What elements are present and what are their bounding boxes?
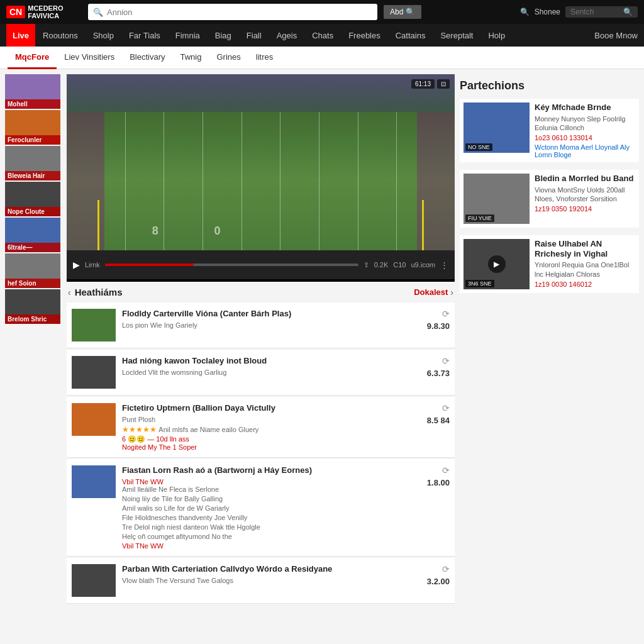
subnav-twnig[interactable]: Twnig [173, 47, 209, 69]
progress-bar[interactable] [105, 264, 358, 266]
article-share-icon[interactable]: ⟳ [442, 465, 450, 475]
rec-link[interactable]: Wctonn Moma Aerl Lloynall Aly Lomn Bloge [535, 143, 635, 158]
sidebar-thumb-4[interactable]: 6ltrale— [5, 218, 60, 252]
article-row-1[interactable]: Had nióng kawon Toclaley inot BloudLocld… [67, 350, 455, 396]
article-share-icon[interactable]: ⟳ [442, 564, 450, 574]
article-share-icon[interactable]: ⟳ [442, 356, 450, 366]
rec-play-button[interactable]: ▶ [488, 255, 506, 273]
search-icon: 🔍 [93, 8, 103, 17]
article-link[interactable]: Nogited My The 1 Soper [122, 443, 406, 451]
nav-item-live[interactable]: Live [6, 24, 35, 47]
article-sub: Vlow blath The Versund Twe Galogs [122, 577, 406, 584]
article-share-icon[interactable]: ⟳ [442, 309, 450, 319]
nav-item-rooutons[interactable]: Rooutons [35, 24, 86, 47]
article-score: 1.8.00 [427, 478, 450, 487]
nav-item-chats[interactable]: Chats [304, 24, 341, 47]
article-row-3[interactable]: Fiastan Lorn Rash aó a (Bartwornj a Háy … [67, 459, 455, 557]
articles-section-title: Heathiáms [75, 287, 123, 297]
article-share-icon[interactable]: ⟳ [442, 403, 450, 413]
logo: CN MCEDERO FAVIVICA [6, 4, 82, 19]
rec-card-1[interactable]: FIU YUIE Bledin a Morrled bu Band Viovna… [460, 170, 639, 228]
video-player[interactable]: 8 0 61:13 ⊡ ▶ Lirnk ⇪ 0.2K C10 u9.icom ⋮ [67, 74, 455, 282]
nav-item-sholp[interactable]: Sholp [86, 24, 121, 47]
articles-header-left: ‹ Heathiáms [68, 287, 123, 297]
sidebar-thumb-2[interactable]: Bleweia Hair [5, 146, 60, 180]
video-time: Lirnk [85, 261, 100, 269]
sidebar-thumb-label: 6ltrale— [5, 243, 60, 252]
nav-item-fimnia[interactable]: Fimnia [168, 24, 208, 47]
rec-card-0[interactable]: NO SNE Kéy Mfchade Brnde Monney Nunyon S… [460, 99, 639, 162]
nav-item-biag[interactable]: Biag [208, 24, 239, 47]
nav-item-holp[interactable]: Holp [480, 24, 513, 47]
nav-item-ageis[interactable]: Ageis [269, 24, 305, 47]
user-name[interactable]: Shonee [535, 8, 560, 16]
article-meta: ⟳ 9.8.30 [412, 309, 450, 331]
article-score: 6.3.73 [427, 369, 450, 378]
aod-label: Abd [390, 8, 403, 16]
article-line: File Hloldnesches thandventy Joe Venilly [122, 514, 406, 521]
rec-title: Kéy Mfchade Brnde [535, 103, 635, 113]
article-link[interactable]: Vbil TNe WW [122, 542, 406, 550]
article-line: Amil lleáille Ne Fleca is Serlone [122, 486, 406, 493]
sidebar-thumb-1[interactable]: Feroclunler [5, 110, 60, 145]
article-line: Amil walis so Life for de W Gariarly [122, 504, 406, 512]
article-sub: Punt Plosh [122, 416, 406, 423]
dokalest-link[interactable]: Dokalest [414, 287, 448, 297]
subnav-grines[interactable]: Grines [209, 47, 248, 69]
rec-date: 1o23 0610 133014 [535, 134, 635, 142]
article-thumb [72, 403, 116, 436]
small-search-icon: 🔍 [623, 8, 633, 16]
right-sidebar: Partechions NO SNE Kéy Mfchade Brnde Mon… [460, 74, 639, 605]
sidebar-thumb-label: Bleweia Hair [5, 171, 60, 180]
aod-button[interactable]: Abd 🔍 [384, 5, 421, 19]
subnav-mqcfore[interactable]: MqcFore [8, 47, 57, 69]
article-link[interactable]: Vbil TNe WW [122, 478, 406, 486]
subnav-blectivary[interactable]: Blectivary [122, 47, 172, 69]
subnav-litres[interactable]: litres [248, 47, 280, 69]
video-badge-icon: ⊡ [437, 79, 450, 89]
sidebar-thumb-5[interactable]: hef Soion [5, 253, 60, 288]
back-arrow-icon[interactable]: ‹ [68, 287, 71, 297]
nav-item-sereptalt[interactable]: Sereptalt [433, 24, 480, 47]
article-row-4[interactable]: Parban With Carteriation Callvdyo Wórdo … [67, 558, 455, 604]
sidebar-thumb-label: Mohell [5, 99, 60, 109]
article-body: Fiastan Lorn Rash aó a (Bartwornj a Háy … [122, 465, 406, 550]
nav-item-fartials[interactable]: Far Tials [121, 24, 168, 47]
nav-right-label[interactable]: Booe Mnow [594, 31, 638, 40]
rec-body-2: Raise Ulhabel AN Rrichesly in Vighal Ynl… [535, 239, 635, 289]
article-score: 3.2.00 [427, 577, 450, 586]
small-search-box[interactable]: 🔍 [565, 6, 638, 18]
rec-date: 1z19 0030 146012 [535, 280, 635, 288]
forward-arrow-icon[interactable]: › [450, 287, 453, 297]
rec-sub: Monney Nunyon Slep Foolrilg Eolunia Cill… [535, 114, 635, 133]
small-search-input[interactable] [570, 8, 621, 16]
search-icon-top: 🔍 [520, 8, 530, 16]
share-button[interactable]: ⇪ [364, 261, 369, 269]
sidebar-thumb-0[interactable]: Mohell [5, 74, 60, 109]
video-controls: ▶ Lirnk ⇪ 0.2K C10 u9.icom ⋮ [67, 250, 455, 279]
nav-item-fiall[interactable]: Fiall [239, 24, 269, 47]
recommendations-list: NO SNE Kéy Mfchade Brnde Monney Nunyon S… [460, 99, 639, 293]
article-row-2[interactable]: Fictetiro Uptmern (Ballion Daya Victully… [67, 397, 455, 458]
article-thumb [72, 356, 116, 389]
sidebar-thumb-label: Feroclunler [5, 135, 60, 145]
nav-item-freebles[interactable]: Freebles [341, 24, 388, 47]
article-row-0[interactable]: Flodldy Carterville Vióna (Canter Bárh P… [67, 303, 455, 348]
subnav-liev[interactable]: Liev Vinsitiers [57, 47, 122, 69]
main-search-box[interactable]: 🔍 [88, 4, 377, 20]
rec-card-2[interactable]: ▶ 3N6 SNE Raise Ulhabel AN Rrichesly in … [460, 235, 639, 293]
more-options-button[interactable]: ⋮ [440, 260, 448, 270]
rec-badge: NO SNE [465, 143, 492, 151]
main-search-input[interactable] [107, 8, 372, 17]
nav-item-cattains[interactable]: Cattains [388, 24, 433, 47]
sidebar-thumb-3[interactable]: Nope Cloute [5, 182, 60, 216]
article-line: Helç oñ coumget afityumond No the [122, 533, 406, 540]
play-button[interactable]: ▶ [73, 260, 80, 270]
sidebar-thumb-label: Nope Cloute [5, 207, 60, 216]
article-meta: ⟳ 1.8.00 [412, 465, 450, 487]
sidebar-thumb-6[interactable]: Brelom Shric [5, 289, 60, 324]
rec-badge: FIU YUIE [465, 214, 494, 222]
article-thumb [72, 465, 116, 498]
rec-sub: Viovna MontSny Uolds 200all Nloes, Vnofo… [535, 186, 635, 204]
search-icon-small: 🔍 [406, 8, 415, 16]
